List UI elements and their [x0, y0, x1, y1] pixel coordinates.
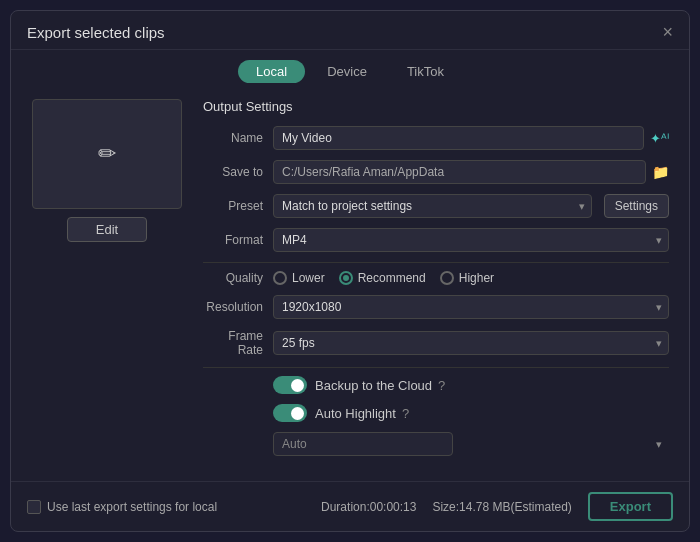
resolution-row: Resolution 1920x1080 — [203, 295, 669, 319]
left-panel: ✏ Edit — [27, 99, 187, 471]
lower-radio-circle — [273, 271, 287, 285]
size-info: Size:14.78 MB(Estimated) — [432, 500, 571, 514]
last-settings-checkbox-label[interactable]: Use last export settings for local — [27, 500, 217, 514]
name-label: Name — [203, 131, 273, 145]
preset-select-wrapper: Match to project settings — [273, 194, 592, 218]
preset-select[interactable]: Match to project settings — [273, 194, 592, 218]
save-to-row: Save to 📁 — [203, 160, 669, 184]
resolution-label: Resolution — [203, 300, 273, 314]
section-title: Output Settings — [203, 99, 669, 114]
recommend-radio-label: Recommend — [358, 271, 426, 285]
frame-rate-select[interactable]: 25 fps — [273, 331, 669, 355]
format-label: Format — [203, 233, 273, 247]
footer-info: Duration:00:00:13 Size:14.78 MB(Estimate… — [321, 492, 673, 521]
quality-label: Quality — [203, 271, 273, 285]
resolution-field: 1920x1080 — [273, 295, 669, 319]
resolution-select-wrapper: 1920x1080 — [273, 295, 669, 319]
frame-rate-select-wrapper: 25 fps — [273, 331, 669, 355]
recommend-radio-circle — [339, 271, 353, 285]
preset-label: Preset — [203, 199, 273, 213]
dialog-body: ✏ Edit Output Settings Name ✦ᴬᴵ Save to … — [11, 89, 689, 481]
tab-tiktok[interactable]: TikTok — [389, 60, 462, 83]
frame-rate-field: 25 fps — [273, 331, 669, 355]
backup-cloud-toggle[interactable] — [273, 376, 307, 394]
lower-radio-label: Lower — [292, 271, 325, 285]
save-to-input[interactable] — [273, 160, 646, 184]
auto-highlight-help-icon[interactable]: ? — [402, 406, 409, 421]
dialog-title: Export selected clips — [27, 24, 165, 41]
name-input[interactable] — [273, 126, 644, 150]
auto-highlight-toggle[interactable] — [273, 404, 307, 422]
preset-field: Match to project settings Settings — [273, 194, 669, 218]
preview-thumbnail: ✏ — [32, 99, 182, 209]
folder-icon[interactable]: 📁 — [652, 164, 669, 180]
divider2 — [203, 367, 669, 368]
tab-device[interactable]: Device — [309, 60, 385, 83]
auto-highlight-label: Auto Highlight — [315, 406, 396, 421]
dialog-header: Export selected clips × — [11, 11, 689, 50]
export-button[interactable]: Export — [588, 492, 673, 521]
format-select-wrapper: MP4 — [273, 228, 669, 252]
higher-radio-label: Higher — [459, 271, 494, 285]
footer-left: Use last export settings for local — [27, 500, 217, 514]
name-row: Name ✦ᴬᴵ — [203, 126, 669, 150]
resolution-select[interactable]: 1920x1080 — [273, 295, 669, 319]
backup-cloud-row: Backup to the Cloud ? — [203, 376, 669, 394]
format-row: Format MP4 — [203, 228, 669, 252]
auto-select-wrapper: Auto — [273, 432, 669, 456]
frame-rate-label: Frame Rate — [203, 329, 273, 357]
name-field: ✦ᴬᴵ — [273, 126, 669, 150]
dialog-footer: Use last export settings for local Durat… — [11, 481, 689, 531]
close-button[interactable]: × — [662, 23, 673, 41]
quality-recommend[interactable]: Recommend — [339, 271, 426, 285]
ai-icon[interactable]: ✦ᴬᴵ — [650, 131, 669, 146]
preset-row: Preset Match to project settings Setting… — [203, 194, 669, 218]
quality-radio-group: Lower Recommend Higher — [273, 271, 494, 285]
auto-highlight-row: Auto Highlight ? — [203, 404, 669, 422]
tabs-row: Local Device TikTok — [11, 50, 689, 89]
quality-lower[interactable]: Lower — [273, 271, 325, 285]
duration-info: Duration:00:00:13 — [321, 500, 416, 514]
last-settings-checkbox[interactable] — [27, 500, 41, 514]
auto-select[interactable]: Auto — [273, 432, 453, 456]
divider — [203, 262, 669, 263]
backup-cloud-label: Backup to the Cloud — [315, 378, 432, 393]
pencil-icon: ✏ — [98, 141, 116, 167]
frame-rate-row: Frame Rate 25 fps — [203, 329, 669, 357]
tab-local[interactable]: Local — [238, 60, 305, 83]
right-panel: Output Settings Name ✦ᴬᴵ Save to 📁 Pre — [203, 99, 673, 471]
backup-cloud-help-icon[interactable]: ? — [438, 378, 445, 393]
quality-higher[interactable]: Higher — [440, 271, 494, 285]
settings-button[interactable]: Settings — [604, 194, 669, 218]
auto-select-container: Auto — [203, 432, 669, 456]
export-dialog: Export selected clips × Local Device Tik… — [10, 10, 690, 532]
edit-button[interactable]: Edit — [67, 217, 147, 242]
quality-row: Quality Lower Recommend Higher — [203, 271, 669, 285]
save-to-field: 📁 — [273, 160, 669, 184]
higher-radio-circle — [440, 271, 454, 285]
save-to-label: Save to — [203, 165, 273, 179]
format-field: MP4 — [273, 228, 669, 252]
format-select[interactable]: MP4 — [273, 228, 669, 252]
last-settings-label: Use last export settings for local — [47, 500, 217, 514]
